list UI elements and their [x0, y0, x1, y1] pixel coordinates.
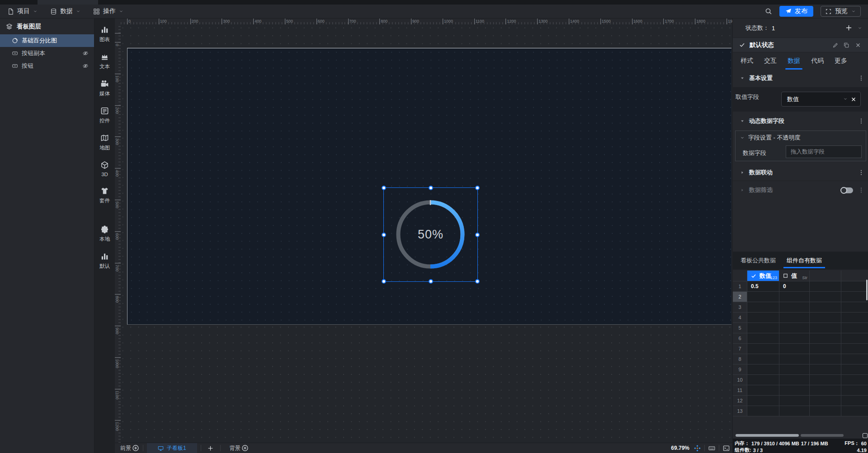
table-cell[interactable]: 0.5 — [747, 281, 779, 292]
search-icon[interactable] — [765, 8, 772, 15]
selection-handle-s[interactable] — [429, 279, 433, 284]
table-cell[interactable] — [747, 354, 779, 364]
tab-数据[interactable]: 数据 — [788, 57, 800, 65]
add-background-icon[interactable] — [241, 444, 249, 452]
tab-代码[interactable]: 代码 — [811, 57, 824, 65]
data-tab-0[interactable]: 看板公共数据 — [741, 257, 776, 270]
tab-样式[interactable]: 样式 — [741, 57, 753, 65]
tool-kit[interactable]: 套件 — [99, 187, 110, 204]
fit-to-screen-icon[interactable] — [694, 445, 701, 452]
copy-state-icon[interactable] — [843, 42, 849, 48]
add-board-button[interactable] — [205, 445, 217, 451]
check-icon[interactable] — [751, 273, 756, 279]
table-cell[interactable] — [779, 406, 810, 416]
scrollbar-thumb-secondary[interactable] — [801, 434, 844, 437]
field-settings-header[interactable]: 字段设置 - 不透明度 — [736, 131, 866, 142]
menu-project[interactable]: 项目 — [7, 7, 38, 15]
tool-local[interactable]: 本地 — [99, 225, 110, 243]
tool-map[interactable]: 地图 — [99, 134, 110, 151]
console-icon[interactable] — [723, 445, 730, 452]
table-cell[interactable] — [779, 313, 810, 323]
table-vertical-scrollbar[interactable] — [866, 280, 868, 300]
selection-handle-w[interactable] — [382, 233, 386, 237]
tool-threed[interactable]: 3D — [100, 161, 109, 177]
selection-handle-sw[interactable] — [382, 279, 386, 284]
add-state-button[interactable] — [845, 24, 852, 31]
tool-widget[interactable]: 控件 — [99, 107, 110, 124]
table-cell[interactable] — [779, 375, 810, 385]
table-cell[interactable] — [779, 292, 810, 302]
table-cell[interactable] — [779, 333, 810, 344]
value-field-select[interactable]: 数值 — [781, 92, 861, 107]
kebab-menu-icon[interactable] — [858, 118, 864, 124]
delete-state-icon[interactable] — [855, 42, 861, 48]
table-horizontal-scrollbar[interactable] — [733, 433, 868, 438]
scrollbar-thumb[interactable] — [736, 434, 799, 437]
section-data-linkage[interactable]: 数据联动 — [733, 164, 868, 181]
tool-text[interactable]: 文本 — [99, 52, 110, 70]
collapse-states-icon[interactable] — [858, 26, 862, 30]
table-cell[interactable] — [747, 406, 779, 416]
eye-off-icon[interactable] — [82, 50, 89, 56]
menu-data[interactable]: 数据 — [50, 7, 80, 15]
table-cell[interactable] — [747, 333, 779, 344]
selection-handle-se[interactable] — [475, 279, 480, 284]
data-filter-toggle[interactable] — [841, 187, 853, 193]
selection-handle-nw[interactable] — [382, 186, 386, 190]
table-cell[interactable] — [779, 344, 810, 354]
table-cell[interactable] — [747, 364, 779, 375]
table-cell[interactable] — [747, 344, 779, 354]
checkbox-icon[interactable] — [783, 273, 788, 278]
table-cell[interactable] — [747, 375, 779, 385]
canvas-area[interactable]: 50% 010020030040050060070080090010001100… — [115, 18, 732, 443]
default-state-header[interactable]: 默认状态 — [733, 37, 868, 52]
table-cell[interactable] — [747, 323, 779, 333]
edit-state-icon[interactable] — [832, 42, 839, 48]
table-cell[interactable] — [747, 385, 779, 396]
section-dynamic-fields[interactable]: 动态数据字段 — [733, 112, 868, 131]
background-group[interactable]: 背景 — [230, 444, 249, 452]
kebab-menu-icon[interactable] — [858, 75, 864, 81]
column-header-1[interactable]: 数值123 — [747, 271, 779, 281]
data-tab-1[interactable]: 组件自有数据 — [787, 257, 822, 270]
data-field-dropzone[interactable]: 拖入数据字段 — [786, 145, 862, 158]
layer-item[interactable]: 按钮副本 — [0, 47, 94, 60]
table-cell[interactable] — [747, 302, 779, 313]
chevron-down-icon[interactable] — [843, 97, 848, 101]
menu-actions[interactable]: 操作 — [93, 7, 123, 15]
publish-button[interactable]: 发布 — [779, 6, 813, 17]
tool-default[interactable]: 默认 — [99, 252, 110, 270]
selection-handle-n[interactable] — [429, 186, 433, 190]
eye-off-icon[interactable] — [82, 63, 89, 69]
tool-media[interactable]: 媒体 — [99, 79, 110, 97]
table-cell[interactable] — [779, 364, 810, 375]
keyboard-shortcuts-icon[interactable] — [708, 445, 715, 452]
table-cell[interactable] — [779, 385, 810, 396]
tab-更多[interactable]: 更多 — [835, 57, 847, 65]
tab-subboard-1[interactable]: 子看板1 — [147, 443, 197, 453]
layer-item[interactable]: 基础百分比图 — [0, 34, 94, 47]
table-cell[interactable]: 0 — [779, 281, 810, 292]
table-cell[interactable] — [779, 354, 810, 364]
layer-item[interactable]: 按钮 — [0, 60, 94, 72]
table-cell[interactable] — [779, 302, 810, 313]
column-header-2[interactable]: 值Str — [779, 271, 810, 281]
selection-handle-ne[interactable] — [475, 186, 480, 190]
table-cell[interactable] — [779, 396, 810, 406]
table-cell[interactable] — [747, 396, 779, 406]
percentage-chart-widget[interactable]: 50% — [383, 187, 478, 282]
selection-handle-e[interactable] — [475, 233, 480, 237]
tab-交互[interactable]: 交互 — [764, 57, 777, 65]
tool-chart[interactable]: 图表 — [99, 25, 110, 43]
table-cell[interactable] — [747, 292, 779, 302]
kebab-menu-icon[interactable] — [858, 187, 864, 193]
clear-field-icon[interactable] — [850, 96, 857, 103]
foreground-group[interactable]: 前景 — [120, 444, 139, 452]
kebab-menu-icon[interactable] — [858, 169, 864, 176]
table-cell[interactable] — [747, 313, 779, 323]
preview-button[interactable]: 预览 — [821, 6, 861, 17]
add-foreground-icon[interactable] — [132, 444, 139, 452]
section-basic-settings[interactable]: 基本设置 — [733, 69, 868, 87]
zoom-level[interactable]: 69.79% — [671, 445, 689, 451]
section-data-filter[interactable]: 数据筛选 — [733, 181, 868, 199]
